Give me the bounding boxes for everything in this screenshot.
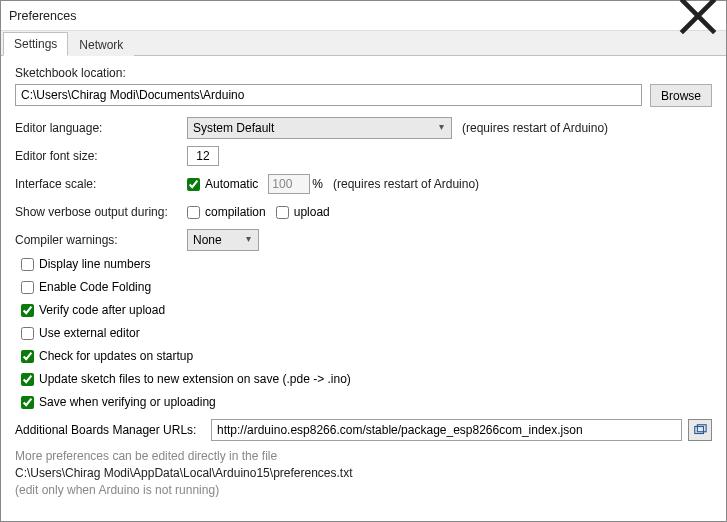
footer-line1: More preferences can be edited directly … (15, 449, 712, 463)
use-external-editor-checkbox[interactable]: Use external editor (21, 326, 702, 340)
verify-after-upload-input[interactable] (21, 304, 34, 317)
display-line-numbers-input[interactable] (21, 258, 34, 271)
interface-scale-input (268, 174, 310, 194)
window-icon (693, 423, 707, 437)
editor-language-hint: (requires restart of Arduino) (462, 121, 608, 135)
update-sketch-ext-checkbox[interactable]: Update sketch files to new extension on … (21, 372, 702, 386)
sketchbook-location-input[interactable] (15, 84, 642, 106)
editor-language-label: Editor language: (15, 121, 187, 135)
editor-language-select[interactable]: System Default (187, 117, 452, 139)
save-when-verifying-input[interactable] (21, 396, 34, 409)
close-icon[interactable] (678, 2, 718, 30)
check-updates-checkbox[interactable]: Check for updates on startup (21, 349, 702, 363)
browse-button[interactable]: Browse (650, 84, 712, 107)
svg-rect-1 (697, 425, 706, 432)
verbose-compilation-checkbox[interactable]: compilation (187, 205, 266, 219)
interface-scale-hint: (requires restart of Arduino) (333, 177, 479, 191)
boards-urls-edit-button[interactable] (688, 419, 712, 441)
settings-panel: Sketchbook location: Browse Editor langu… (1, 56, 726, 510)
tab-settings[interactable]: Settings (3, 32, 68, 56)
footer-path: C:\Users\Chirag Modi\AppData\Local\Ardui… (15, 466, 712, 480)
verbose-label: Show verbose output during: (15, 205, 187, 219)
editor-font-size-label: Editor font size: (15, 149, 187, 163)
enable-code-folding-input[interactable] (21, 281, 34, 294)
window-title: Preferences (9, 9, 678, 23)
verbose-upload-input[interactable] (276, 206, 289, 219)
tabs: Settings Network (1, 31, 726, 56)
check-updates-input[interactable] (21, 350, 34, 363)
verbose-compilation-input[interactable] (187, 206, 200, 219)
compiler-warnings-select[interactable]: None (187, 229, 259, 251)
interface-scale-label: Interface scale: (15, 177, 187, 191)
footer-line3: (edit only when Arduino is not running) (15, 483, 712, 497)
sketchbook-location-label: Sketchbook location: (15, 66, 712, 80)
verbose-upload-checkbox[interactable]: upload (276, 205, 330, 219)
tab-network[interactable]: Network (68, 33, 134, 56)
compiler-warnings-label: Compiler warnings: (15, 233, 187, 247)
verify-after-upload-checkbox[interactable]: Verify code after upload (21, 303, 702, 317)
display-line-numbers-checkbox[interactable]: Display line numbers (21, 257, 702, 271)
titlebar: Preferences (1, 1, 726, 31)
use-external-editor-input[interactable] (21, 327, 34, 340)
enable-code-folding-checkbox[interactable]: Enable Code Folding (21, 280, 702, 294)
update-sketch-ext-input[interactable] (21, 373, 34, 386)
svg-rect-0 (695, 427, 704, 434)
boards-urls-input[interactable] (211, 419, 682, 441)
editor-font-size-input[interactable] (187, 146, 219, 166)
percent-label: % (312, 177, 323, 191)
interface-scale-automatic-input[interactable] (187, 178, 200, 191)
save-when-verifying-checkbox[interactable]: Save when verifying or uploading (21, 395, 702, 409)
interface-scale-automatic-checkbox[interactable]: Automatic (187, 177, 258, 191)
boards-urls-label: Additional Boards Manager URLs: (15, 423, 205, 437)
preferences-window: Preferences Settings Network Sketchbook … (0, 0, 727, 522)
